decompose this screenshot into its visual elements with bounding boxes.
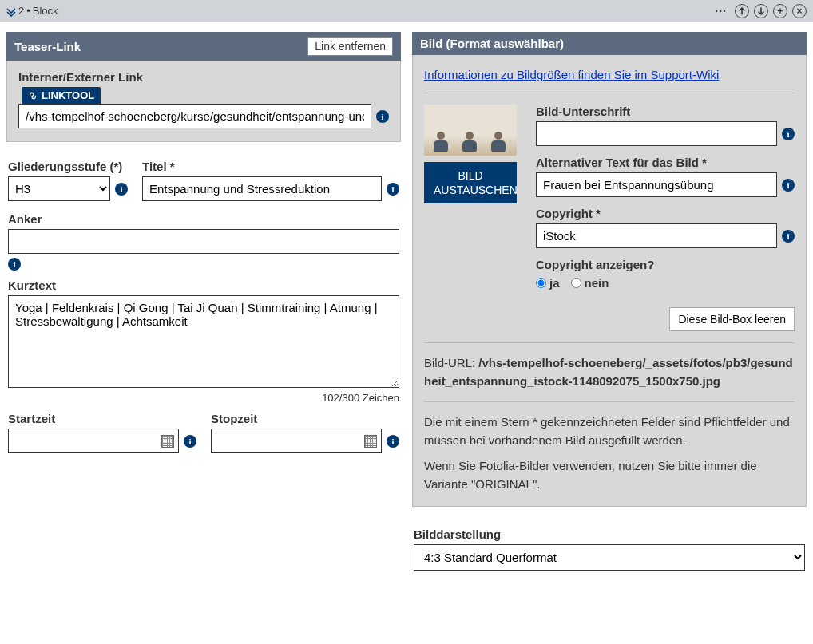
info-icon[interactable]: i <box>387 183 399 196</box>
help-text-2: Wenn Sie Fotolia-Bilder verwenden, nutze… <box>424 457 795 493</box>
move-down-icon[interactable] <box>754 4 768 18</box>
kurztext-counter: 102/300 Zeichen <box>8 392 399 404</box>
startzeit-label: Startzeit <box>8 412 196 425</box>
fields-group: Gliederungsstufe (*) H3 i Titel * i <box>6 152 401 455</box>
collapse-icon[interactable] <box>6 7 16 17</box>
divider <box>424 342 795 343</box>
linktool-badge[interactable]: LINKTOOL <box>22 87 101 104</box>
teaser-header-label: Teaser-Link <box>14 40 81 53</box>
kurztext-textarea[interactable]: Yoga | Feldenkrais | Qi Gong | Tai Ji Qu… <box>8 295 399 388</box>
linktool-label: LINKTOOL <box>42 89 94 101</box>
stopzeit-label: Stopzeit <box>211 412 399 425</box>
stopzeit-input[interactable] <box>211 429 382 453</box>
move-up-icon[interactable] <box>735 4 749 18</box>
image-url-text: Bild-URL: /vhs-tempelhof-schoeneberg/_as… <box>424 354 795 390</box>
copyright-radio-no[interactable]: nein <box>571 276 609 290</box>
link-icon <box>28 91 38 101</box>
gliederung-select[interactable]: H3 <box>8 176 110 201</box>
left-column: Teaser-Link Link entfernen Interner/Exte… <box>6 32 401 455</box>
support-wiki-link[interactable]: Informationen zu Bildgrößen finden Sie i… <box>424 68 719 81</box>
anker-label: Anker <box>8 212 399 226</box>
kurztext-label: Kurztext <box>8 279 399 292</box>
anker-input[interactable] <box>8 229 399 254</box>
show-copyright-label: Copyright anzeigen? <box>536 258 795 271</box>
remove-link-button[interactable]: Link entfernen <box>307 37 393 56</box>
divider <box>424 93 795 93</box>
teaser-panel-header: Teaser-Link Link entfernen <box>6 32 401 61</box>
copyright-label: Copyright * <box>536 207 795 220</box>
calendar-icon[interactable] <box>161 435 174 448</box>
info-icon[interactable]: i <box>782 128 795 140</box>
add-icon[interactable]: + <box>773 4 787 18</box>
info-icon[interactable]: i <box>782 179 795 192</box>
thumbnail-column: BILD AUSTAUSCHEN <box>424 105 517 203</box>
display-format-select[interactable]: 4:3 Standard Querformat <box>414 544 805 571</box>
display-format-group: Bilddarstellung 4:3 Standard Querformat <box>412 527 807 571</box>
startzeit-input[interactable] <box>8 429 179 453</box>
teaser-link-panel: Teaser-Link Link entfernen Interner/Exte… <box>6 32 401 142</box>
block-number: 2 <box>18 5 24 17</box>
calendar-icon[interactable] <box>364 435 377 448</box>
image-panel-header: Bild (Format auswählbar) <box>412 32 807 55</box>
image-header-label: Bild (Format auswählbar) <box>420 37 564 50</box>
link-url-input[interactable] <box>18 104 371 128</box>
display-format-label: Bilddarstellung <box>414 527 805 541</box>
image-url-value: /vhs-tempelhof-schoeneberg/_assets/fotos… <box>424 356 793 388</box>
info-icon[interactable]: i <box>8 258 21 271</box>
caption-label: Bild-Unterschrift <box>536 105 795 118</box>
titel-input[interactable] <box>142 176 382 201</box>
clear-image-box-button[interactable]: Diese Bild-Box leeren <box>669 307 795 331</box>
block-topbar: 2 • Block ··· + × <box>0 0 813 22</box>
gliederung-label: Gliederungsstufe (*) <box>8 160 128 173</box>
alt-text-label: Alternativer Text für das Bild * <box>536 156 795 169</box>
help-text-1: Die mit einem Stern * gekennzeichneten F… <box>424 413 795 449</box>
caption-input[interactable] <box>536 121 777 146</box>
copyright-input[interactable] <box>536 223 777 248</box>
info-icon[interactable]: i <box>376 110 389 123</box>
block-title: 2 • Block <box>6 5 58 17</box>
info-icon[interactable]: i <box>387 435 399 448</box>
more-menu-icon[interactable]: ··· <box>712 5 730 18</box>
block-type-label: Block <box>33 5 58 17</box>
image-thumbnail[interactable] <box>424 105 517 156</box>
alt-text-input[interactable] <box>536 172 777 197</box>
internal-external-label: Interner/Externer Link <box>18 70 389 84</box>
info-icon[interactable]: i <box>184 435 196 448</box>
copyright-radio-yes[interactable]: ja <box>536 276 560 290</box>
right-column: Bild (Format auswählbar) Informationen z… <box>412 32 807 571</box>
swap-image-button[interactable]: BILD AUSTAUSCHEN <box>424 162 517 203</box>
image-panel: Bild (Format auswählbar) Informationen z… <box>412 32 807 507</box>
divider <box>424 401 795 402</box>
close-icon[interactable]: × <box>792 4 807 18</box>
info-icon[interactable]: i <box>782 230 795 243</box>
info-icon[interactable]: i <box>115 183 128 196</box>
titel-label: Titel * <box>142 160 399 173</box>
